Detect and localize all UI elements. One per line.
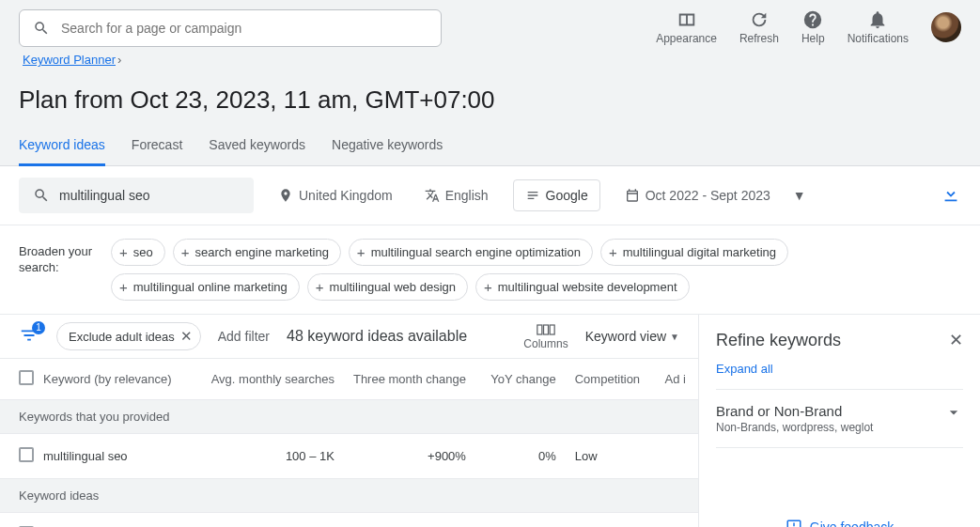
chip-sem[interactable]: +search engine marketing [173,239,341,266]
cell-three-month: +900% [344,434,475,479]
refine-panel: Refine keywords ✕ Expand all Brand or No… [698,315,980,527]
plus-icon: + [357,244,366,260]
refresh-button[interactable]: Refresh [739,9,779,45]
download-icon [941,184,961,205]
notifications-label: Notifications [848,32,909,45]
location-icon [278,188,293,203]
help-button[interactable]: Help [801,9,825,45]
chevron-down-icon: ▼ [670,332,679,342]
columns-icon [537,323,555,336]
exclude-adult-pill[interactable]: Exclude adult ideas ✕ [56,322,201,350]
plus-icon: + [609,244,617,260]
plus-icon: + [181,244,190,260]
section-provided: Keywords that you provided [0,400,698,434]
chevron-down-icon: ▼ [793,188,806,203]
cell-keyword: multilingual seo [34,434,192,479]
plus-icon: + [119,244,128,260]
network-icon [525,188,540,203]
table-row[interactable]: wpml seo 10 – 100 0% 0% Low [0,513,698,528]
chevron-down-icon [944,403,963,422]
cell-searches: 10 – 100 [192,513,344,528]
plus-icon: + [119,279,128,295]
brand-title: Brand or Non-Brand [716,403,873,419]
svg-rect-2 [550,325,554,334]
tab-saved-keywords[interactable]: Saved keywords [209,128,305,165]
appearance-label: Appearance [656,32,717,45]
svg-rect-1 [544,325,549,334]
download-button[interactable] [941,184,961,208]
broaden-chips: +seo +search engine marketing +multiling… [111,239,961,301]
breadcrumb-link[interactable]: Keyword Planner [23,53,116,67]
chip-seo[interactable]: +seo [111,239,165,266]
filter-funnel[interactable]: 1 [19,325,39,349]
tab-forecast[interactable]: Forecast [132,128,182,165]
broaden-label: Broaden your search: [19,239,96,276]
give-feedback-button[interactable]: Give feedback [716,496,963,527]
keywords-table: Keyword (by relevance) Avg. monthly sear… [0,359,698,527]
location-value: United Kingdom [299,188,393,203]
chip-mdm[interactable]: +multilingual digital marketing [600,239,788,266]
plus-icon: + [484,279,492,295]
refresh-label: Refresh [739,32,779,45]
tab-negative-keywords[interactable]: Negative keywords [332,128,443,165]
brand-section[interactable]: Brand or Non-Brand Non-Brands, wordpress… [716,390,963,448]
chip-mwdev[interactable]: +multilingual website development [475,273,690,301]
expand-all-link[interactable]: Expand all [716,362,963,390]
page-title: Plan from Oct 23, 2023, 11 am, GMT+07:00 [0,67,980,128]
cell-yoy: 0% [475,513,566,528]
language-value: English [445,188,489,203]
col-three-month[interactable]: Three month change [344,359,475,400]
plus-icon: + [316,279,324,295]
keyword-input[interactable] [59,188,240,203]
close-refine-button[interactable]: ✕ [949,330,963,350]
cell-three-month: 0% [344,513,475,528]
help-icon [802,9,823,30]
appearance-icon [677,9,697,30]
refine-title: Refine keywords [716,331,841,350]
global-search[interactable] [19,9,442,47]
select-all-checkbox[interactable] [19,370,34,385]
chevron-right-icon: › [117,53,121,67]
refresh-icon [749,9,770,30]
cell-keyword: wpml seo [34,513,192,528]
keyword-input-wrap[interactable] [19,178,254,213]
search-input[interactable] [61,21,428,36]
location-filter[interactable]: United Kingdom [271,182,400,209]
date-range-filter[interactable]: Oct 2022 - Sept 2023 ▼ [617,182,814,209]
language-filter[interactable]: English [417,182,496,209]
notifications-button[interactable]: Notifications [848,9,909,45]
cell-competition: Low [566,513,656,528]
calendar-icon [625,188,640,203]
network-filter[interactable]: Google [513,179,600,211]
chip-mom[interactable]: +multilingual online marketing [111,273,300,301]
brand-subtitle: Non-Brands, wordpress, weglot [716,421,873,434]
col-keyword[interactable]: Keyword (by relevance) [34,359,192,400]
cell-competition: Low [566,434,656,479]
tab-keyword-ideas[interactable]: Keyword ideas [19,128,105,166]
col-competition[interactable]: Competition [566,359,656,400]
breadcrumb: Keyword Planner› [19,47,980,67]
col-yoy[interactable]: YoY change [475,359,566,400]
svg-rect-0 [537,325,542,334]
columns-button[interactable]: Columns [523,323,568,350]
add-filter-button[interactable]: Add filter [218,329,270,344]
chip-mwd[interactable]: +multilingual web design [307,273,468,301]
avatar[interactable] [931,12,961,42]
table-row[interactable]: multilingual seo 100 – 1K +900% 0% Low [0,434,698,479]
date-range-value: Oct 2022 - Sept 2023 [646,188,770,203]
appearance-button[interactable]: Appearance [656,9,717,45]
feedback-icon [786,519,802,527]
col-searches[interactable]: Avg. monthly searches [192,359,344,400]
search-icon [33,20,50,37]
chip-mseo[interactable]: +multilingual search engine optimization [349,239,593,266]
cell-searches: 100 – 1K [192,434,344,479]
ideas-available-text: 48 keyword ideas available [287,328,467,345]
bell-icon [867,9,888,30]
section-ideas: Keyword ideas [0,479,698,513]
col-ad-impression[interactable]: Ad i [656,359,698,400]
close-icon[interactable]: ✕ [180,328,193,345]
row-checkbox[interactable] [19,447,34,462]
search-icon [33,187,50,204]
filter-badge: 1 [32,321,45,334]
keyword-view-dropdown[interactable]: Keyword view ▼ [585,329,679,344]
